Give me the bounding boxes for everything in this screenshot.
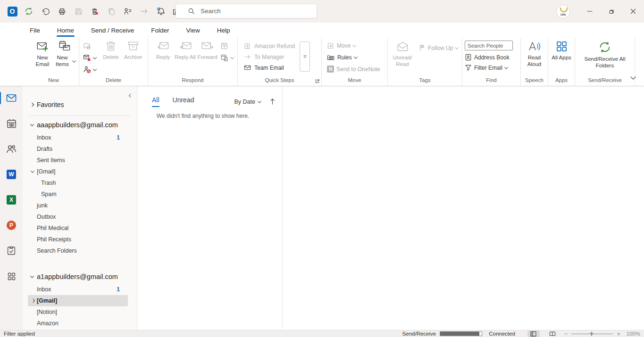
block-sender-button[interactable]	[83, 66, 96, 74]
account-header[interactable]: a1appbuilders@gmail.com	[23, 270, 137, 284]
reply-icon	[157, 40, 170, 52]
save-icon[interactable]	[72, 5, 84, 17]
ignore-button[interactable]	[83, 42, 96, 50]
read-aloud-button[interactable]: Read Aloud	[523, 38, 545, 67]
rail-word-button[interactable]: W	[4, 167, 18, 181]
tab-view[interactable]: View	[186, 24, 201, 38]
favorites-expand-icon	[30, 103, 34, 107]
zoom-slider-handle[interactable]	[591, 332, 592, 336]
folder-item-trash[interactable]: Trash	[23, 177, 137, 189]
folder-item-notion[interactable]: [Notion]	[23, 306, 137, 318]
ribbon-tab-row: File Home Send / Receive Folder View Hel…	[0, 23, 644, 38]
favorites-header[interactable]: Favorites	[23, 97, 137, 113]
forward-icon[interactable]	[138, 5, 151, 17]
rail-todo-button[interactable]	[4, 244, 18, 258]
send-receive-all-folders-button[interactable]: Send/Receive All Folders	[582, 38, 627, 69]
normal-view-button[interactable]	[527, 330, 540, 337]
undo-icon[interactable]	[39, 5, 51, 17]
folder-item-junk[interactable]: junk	[23, 200, 137, 211]
tab-send-receive[interactable]: Send / Receive	[91, 24, 135, 38]
rail-people-button[interactable]	[4, 142, 18, 156]
follow-up-button[interactable]: Follow Up	[418, 44, 458, 51]
rail-excel-button[interactable]: X	[4, 193, 18, 207]
junk-email-button[interactable]	[83, 54, 96, 62]
quick-steps-gallery-more-button[interactable]	[300, 41, 310, 72]
tab-home[interactable]: Home	[57, 24, 75, 38]
move-dropdown-icon	[352, 43, 356, 47]
quick-step-team-email[interactable]: Team Email	[244, 64, 295, 71]
unread-read-button[interactable]: Unread/ Read	[390, 38, 415, 67]
more-apps-icon	[7, 271, 17, 281]
account-avatar[interactable]	[557, 5, 569, 18]
collapse-ribbon-button[interactable]	[630, 76, 636, 80]
delete-icon[interactable]	[89, 5, 101, 17]
reply-all-button[interactable]: Reply All	[174, 38, 196, 61]
rail-mail-button[interactable]	[4, 91, 18, 105]
print-icon[interactable]	[56, 5, 68, 17]
send-receive-icon[interactable]	[23, 5, 35, 17]
more-respond-actions-button[interactable]	[220, 54, 234, 62]
ribbon: New Email New Items New	[0, 38, 644, 86]
copy-icon[interactable]	[105, 5, 117, 17]
address-book-button[interactable]: Address Book	[465, 54, 513, 61]
sort-direction-button[interactable]	[269, 98, 276, 105]
minimize-button[interactable]	[579, 0, 601, 23]
meeting-button[interactable]	[220, 42, 234, 50]
tab-file[interactable]: File	[29, 24, 41, 38]
arrow-right-icon	[244, 53, 251, 60]
address-book-icon[interactable]	[122, 5, 134, 17]
new-items-button[interactable]: New Items	[54, 38, 76, 67]
folder-item-phil-medical[interactable]: Phil Medical	[23, 222, 137, 234]
zoom-in-button[interactable]: +	[617, 330, 620, 337]
reminders-icon[interactable]	[155, 5, 167, 17]
search-people-input[interactable]	[465, 41, 513, 50]
rules-button[interactable]: Rules	[327, 54, 380, 61]
folder-item-outbox[interactable]: Outbox	[23, 211, 137, 222]
folder-item-phil-receipts[interactable]: Phil Receipts	[23, 234, 137, 245]
rail-powerpoint-button[interactable]: P	[4, 218, 18, 232]
restore-button[interactable]	[601, 0, 622, 23]
powerpoint-icon: P	[7, 221, 16, 230]
reading-view-button[interactable]	[546, 330, 559, 337]
ribbon-group-send-receive: Send/Receive All Folders Send/Receive	[575, 38, 635, 86]
zoom-out-button[interactable]: −	[564, 330, 568, 337]
all-apps-button[interactable]: All Apps	[551, 38, 572, 61]
archive-button[interactable]: Archive	[122, 38, 144, 61]
rail-more-apps-button[interactable]	[4, 269, 18, 283]
move-button[interactable]: Move	[327, 42, 380, 49]
folder-item-amazon[interactable]: Amazon	[23, 318, 137, 329]
send-to-onenote-button[interactable]: N Send to OneNote	[327, 66, 380, 73]
message-filter-unread[interactable]: Unread	[173, 96, 194, 107]
account-header[interactable]: aaappbuilders@gmail.com	[23, 118, 137, 132]
close-button[interactable]	[622, 0, 644, 23]
rail-calendar-button[interactable]	[4, 116, 18, 131]
ribbon-group-find: Address Book Filter Email Find	[462, 38, 521, 86]
filter-email-button[interactable]: Filter Email	[465, 64, 513, 71]
tab-folder[interactable]: Folder	[151, 24, 169, 38]
message-filter-all[interactable]: All	[152, 96, 159, 107]
folder-item-inbox[interactable]: Inbox1	[23, 284, 137, 295]
forward-button[interactable]: Forward	[196, 38, 218, 61]
folder-item-drafts[interactable]: Drafts	[23, 143, 137, 155]
delete-button[interactable]: Delete	[100, 38, 122, 61]
new-email-button[interactable]: New Email	[32, 38, 54, 67]
sort-by-button[interactable]: By Date	[234, 99, 261, 105]
quick-step-amazon-refund[interactable]: Amazon Refund	[244, 42, 295, 49]
search-bar[interactable]: Search	[176, 4, 317, 18]
folder-item-gmail[interactable]: [Gmail]	[23, 166, 137, 177]
folder-item-search-folders[interactable]: Search Folders	[23, 245, 137, 256]
reading-pane	[283, 86, 644, 330]
collapse-folder-pane-button[interactable]	[129, 92, 132, 99]
zoom-slider[interactable]	[571, 334, 613, 334]
folder-item-gmail-selected[interactable]: [Gmail]	[28, 295, 128, 306]
folder-item-inbox[interactable]: Inbox1	[23, 132, 137, 143]
folder-item-sent-items[interactable]: Sent Items	[23, 155, 137, 166]
reply-button[interactable]: Reply	[152, 38, 174, 61]
new-email-icon	[36, 40, 49, 53]
folder-item-spam[interactable]: Spam	[23, 189, 137, 200]
quick-steps-dialog-launcher[interactable]	[315, 79, 320, 83]
ribbon-group-apps: All Apps Apps	[548, 38, 575, 86]
quick-step-to-manager[interactable]: To Manager	[244, 53, 295, 60]
filter-email-dropdown-icon	[504, 65, 508, 69]
tab-help[interactable]: Help	[217, 24, 231, 38]
